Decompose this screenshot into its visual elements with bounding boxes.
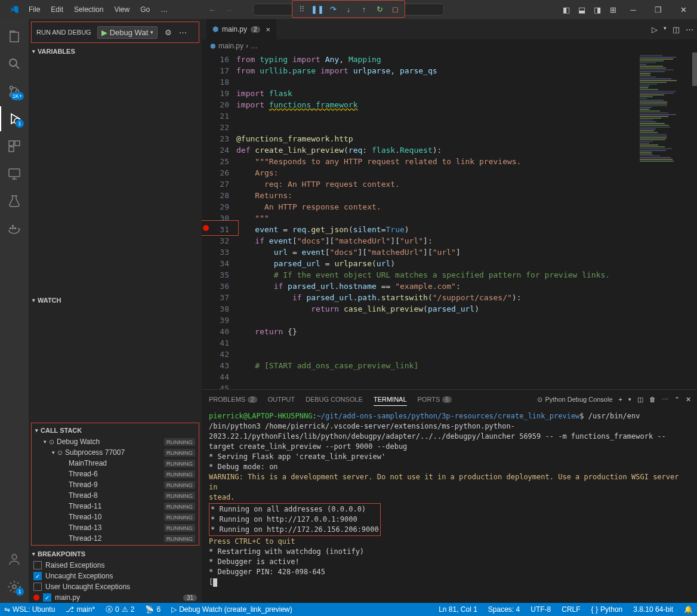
menu-go[interactable]: Go [135, 3, 155, 16]
kill-terminal-icon[interactable]: 🗑 [649, 396, 656, 403]
split-terminal-icon[interactable]: ◫ [637, 396, 643, 404]
nav-forward-icon[interactable]: → [224, 5, 232, 14]
remote-icon: ⇋ [4, 605, 10, 614]
activity-settings-icon[interactable]: 1 [0, 574, 29, 599]
breakpoint-dot-icon[interactable] [203, 225, 209, 231]
window-minimize-icon[interactable]: ─ [622, 1, 644, 18]
callstack-thread[interactable]: Thread-11RUNNING [32, 501, 199, 512]
debug-stop-icon[interactable]: ◻ [389, 3, 401, 15]
minimap[interactable] [637, 53, 697, 389]
checkbox-checked-icon[interactable]: ✓ [33, 572, 42, 580]
menu-selection[interactable]: Selection [69, 3, 108, 16]
debug-step-into-icon[interactable]: ↓ [343, 3, 354, 15]
breakpoint-file[interactable]: ✓main.py31 [29, 592, 202, 603]
breadcrumb[interactable]: ⬢ main.py › … [202, 39, 697, 53]
bug-icon: ⊙ [537, 396, 542, 404]
debug-settings-icon[interactable]: ⚙ [165, 28, 172, 37]
debug-pause-icon[interactable]: ❚❚ [312, 3, 323, 15]
breakpoint-uncaught[interactable]: ✓Uncaught Exceptions [29, 571, 202, 581]
activity-explorer-icon[interactable] [0, 24, 29, 49]
status-remote[interactable]: ⇋WSL: Ubuntu [2, 605, 57, 614]
status-python-version[interactable]: 3.8.10 64-bit [631, 605, 675, 614]
status-debug[interactable]: ▷Debug Watch (create_link_preview) [169, 605, 294, 614]
activity-docker-icon[interactable] [0, 216, 29, 241]
tab-close-icon[interactable]: × [266, 25, 271, 34]
layout-left-icon[interactable]: ◧ [560, 3, 573, 16]
status-problems[interactable]: ⓧ0 ⚠2 [104, 605, 136, 615]
menu-file[interactable]: File [24, 3, 45, 16]
layout-right-icon[interactable]: ◨ [591, 3, 604, 16]
code-editor[interactable]: 1617181920212223242526272829303132333435… [202, 53, 697, 389]
breakpoints-section-header[interactable]: ▾BREAKPOINTS [29, 548, 202, 560]
terminal-dropdown-icon[interactable]: ▾ [628, 396, 631, 402]
window-close-icon[interactable]: ✕ [672, 1, 695, 18]
menu-view[interactable]: View [109, 3, 134, 16]
activity-extensions-icon[interactable] [0, 134, 29, 159]
callstack-thread[interactable]: Thread-8RUNNING [32, 490, 199, 501]
activity-run-debug-icon[interactable]: 1 [0, 106, 29, 131]
window-restore-icon[interactable]: ❐ [647, 1, 670, 18]
activity-testing-icon[interactable] [0, 189, 29, 214]
debug-step-out-icon[interactable]: ↑ [358, 3, 370, 15]
callstack-subprocess[interactable]: ▾⊙ Subprocess 77007 RUNNING [32, 447, 199, 458]
debug-config-dropdown[interactable]: ▶ Debug Wat ▾ [97, 26, 158, 39]
callstack-thread[interactable]: Thread-13RUNNING [32, 522, 199, 533]
callstack-thread[interactable]: Thread-9RUNNING [32, 479, 199, 490]
new-terminal-icon[interactable]: + [619, 396, 622, 403]
callstack-section: ▾CALL STACK ▾⊙ Debug Watch RUNNING ▾⊙ Su… [31, 423, 199, 546]
activity-remote-explorer-icon[interactable] [0, 161, 29, 186]
menu-edit[interactable]: Edit [46, 3, 68, 16]
debug-grip-icon[interactable]: ⠿ [296, 3, 308, 15]
panel-tabs: PROBLEMS2 OUTPUT DEBUG CONSOLE TERMINAL … [202, 390, 697, 409]
status-cursor-pos[interactable]: Ln 81, Col 1 [437, 605, 479, 614]
editor-more-icon[interactable]: ⋯ [686, 25, 693, 34]
activity-source-control-icon[interactable]: 1K+ [0, 79, 29, 104]
terminal-profile-selector[interactable]: ⊙Python Debug Console [537, 396, 612, 404]
maximize-panel-icon[interactable]: ⌃ [674, 396, 680, 404]
status-language[interactable]: { }Python [590, 605, 625, 614]
status-ports[interactable]: 📡6 [143, 605, 162, 614]
checkbox-icon[interactable] [33, 583, 42, 591]
activity-search-icon[interactable] [0, 51, 29, 76]
svg-rect-10 [12, 227, 14, 229]
tab-main-py[interactable]: ⬢ main.py 2 × [206, 19, 277, 39]
tab-debug-console[interactable]: DEBUG CONSOLE [306, 396, 363, 403]
minimap-slider[interactable] [692, 53, 697, 86]
activity-accounts-icon[interactable] [0, 547, 29, 572]
callstack-thread[interactable]: MainThreadRUNNING [32, 458, 199, 469]
tab-output[interactable]: OUTPUT [268, 396, 295, 403]
variables-section-header[interactable]: ▾VARIABLES [29, 45, 202, 57]
tab-ports[interactable]: PORTS6 [418, 396, 452, 403]
callstack-thread[interactable]: Thread-10RUNNING [32, 512, 199, 522]
close-panel-icon[interactable]: ✕ [686, 396, 691, 404]
layout-bottom-icon[interactable]: ⬓ [575, 3, 588, 16]
layout-custom-icon[interactable]: ⊞ [606, 3, 619, 16]
status-indent[interactable]: Spaces: 4 [486, 605, 522, 614]
callstack-thread[interactable]: Thread-6RUNNING [32, 469, 199, 479]
nav-back-icon[interactable]: ← [208, 5, 216, 14]
checkbox-checked-icon[interactable]: ✓ [43, 593, 51, 602]
status-eol[interactable]: CRLF [560, 605, 582, 614]
callstack-thread[interactable]: Thread-12RUNNING [32, 533, 199, 544]
status-branch[interactable]: ⎇main* [64, 605, 97, 614]
code-content[interactable]: from typing import Any, Mappingfrom urll… [236, 53, 637, 389]
breakpoint-user-uncaught[interactable]: User Uncaught Exceptions [29, 581, 202, 592]
status-notifications-icon[interactable]: 🔔 [682, 605, 695, 614]
callstack-section-header[interactable]: ▾CALL STACK [32, 424, 199, 436]
status-encoding[interactable]: UTF-8 [529, 605, 553, 614]
checkbox-icon[interactable] [33, 561, 42, 569]
tab-problems[interactable]: PROBLEMS2 [209, 396, 257, 403]
tab-terminal[interactable]: TERMINAL [374, 396, 407, 406]
run-dropdown-icon[interactable]: ▾ [664, 25, 667, 34]
breakpoint-raised[interactable]: Raised Exceptions [29, 560, 202, 571]
run-play-icon[interactable]: ▷ [652, 25, 658, 34]
terminal-content[interactable]: pierrick@LAPTOP-HKU5PNNG:~/git/add-ons-s… [202, 409, 697, 603]
menu-more[interactable]: … [156, 3, 172, 16]
debug-restart-icon[interactable]: ↻ [374, 3, 385, 15]
debug-step-over-icon[interactable]: ↷ [327, 3, 339, 15]
callstack-root[interactable]: ▾⊙ Debug Watch RUNNING [32, 436, 199, 447]
watch-section-header[interactable]: ▾WATCH [29, 294, 202, 306]
debug-more-icon[interactable]: ⋯ [179, 28, 187, 37]
split-editor-icon[interactable]: ◫ [673, 25, 680, 34]
panel-more-icon[interactable]: ⋯ [662, 396, 668, 404]
